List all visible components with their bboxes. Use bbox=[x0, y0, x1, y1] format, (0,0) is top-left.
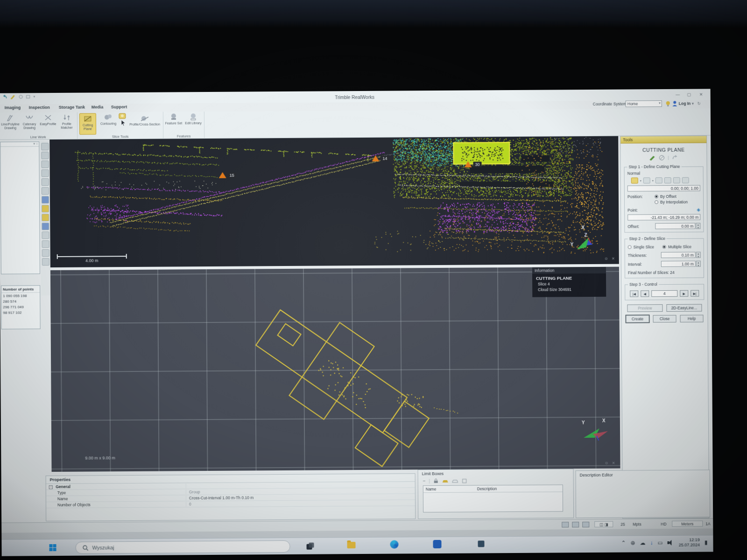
by-interpolation-radio[interactable] bbox=[655, 200, 658, 204]
multiple-slice-radio[interactable] bbox=[662, 245, 666, 249]
taskbar-clock[interactable]: 12:19 25.07.2024 bbox=[679, 538, 700, 548]
normal-plane-icon[interactable] bbox=[643, 177, 650, 183]
chevron-down-icon[interactable]: ▾ bbox=[640, 179, 641, 182]
by-interpolation-label[interactable]: By Interpolation bbox=[660, 200, 688, 204]
thickness-spinner[interactable]: ▲▼ bbox=[696, 252, 701, 258]
start-button[interactable] bbox=[49, 544, 56, 551]
easyline-button[interactable]: 2D-EasyLine... bbox=[666, 304, 702, 312]
normal-keyboard-icon[interactable] bbox=[682, 177, 689, 183]
login-chevron-icon[interactable]: ▾ bbox=[692, 101, 694, 106]
close-panel-button[interactable]: Close bbox=[653, 315, 677, 322]
layout-split-icon[interactable] bbox=[572, 522, 579, 527]
disable-plane-icon[interactable] bbox=[658, 155, 665, 161]
new-box-icon[interactable] bbox=[442, 478, 449, 483]
tray-expand-icon[interactable]: ⌃ bbox=[621, 540, 626, 546]
points-value[interactable]: 1 090 055 198 bbox=[1, 293, 40, 299]
scan-marker-15[interactable]: 15 bbox=[219, 172, 236, 178]
file-explorer-icon[interactable] bbox=[347, 542, 355, 548]
last-slice-button[interactable]: ▶| bbox=[691, 290, 699, 297]
speaker-icon[interactable] bbox=[668, 540, 674, 546]
single-slice-label[interactable]: Single Slice bbox=[634, 245, 654, 249]
offset-spinner[interactable]: ▲▼ bbox=[696, 223, 700, 229]
previous-slice-button[interactable]: ◀ bbox=[641, 290, 649, 297]
create-button[interactable]: Create bbox=[626, 315, 649, 322]
view-tool-icon[interactable] bbox=[41, 152, 49, 159]
by-offset-label[interactable]: By Offset bbox=[660, 194, 677, 199]
store-app-icon[interactable] bbox=[433, 540, 441, 548]
current-slice-field[interactable]: 4 bbox=[651, 290, 677, 297]
view-tool-icon[interactable] bbox=[42, 223, 49, 230]
tools-panel-header[interactable]: Tools bbox=[620, 136, 706, 143]
edit-plane-icon[interactable] bbox=[649, 155, 655, 161]
preview-button[interactable]: Preview bbox=[627, 304, 662, 312]
column-description[interactable]: Description bbox=[475, 485, 500, 492]
maximize-button[interactable]: ▢ bbox=[685, 92, 693, 98]
coordinate-system-select[interactable]: Home ▾ bbox=[626, 100, 662, 107]
view-tool-icon[interactable] bbox=[42, 258, 49, 266]
view-tool-icon[interactable] bbox=[42, 196, 49, 203]
edge-browser-icon[interactable] bbox=[390, 540, 398, 549]
normal-axis-icon[interactable] bbox=[631, 177, 638, 183]
view-tool-icon[interactable] bbox=[41, 161, 49, 168]
normal-fit-icon[interactable] bbox=[655, 177, 662, 183]
view-tool-icon[interactable] bbox=[42, 169, 49, 177]
viewport-2d-controls[interactable]: ⊙ ✕ bbox=[605, 461, 617, 465]
close-button[interactable]: ✕ bbox=[698, 91, 705, 97]
limit-boxes-table[interactable]: Name Description bbox=[423, 484, 563, 512]
chevron-down-icon[interactable]: ▾ bbox=[652, 179, 654, 182]
tab-imaging[interactable]: Imaging bbox=[5, 105, 21, 110]
minimize-button[interactable]: — bbox=[674, 92, 682, 98]
scan-marker-30[interactable]: 30 bbox=[464, 161, 481, 167]
thickness-input[interactable] bbox=[661, 252, 696, 258]
ribbon-profile-cross-section[interactable]: Profile/Cross-Section bbox=[128, 115, 162, 126]
bulb-icon[interactable] bbox=[666, 101, 670, 107]
ribbon-catenary-drawing[interactable]: Catenary Drawing bbox=[21, 113, 38, 130]
points-value[interactable]: 280 574 bbox=[1, 298, 40, 304]
ribbon-line-polyline-drawing[interactable]: Line/Polyline Drawing bbox=[1, 113, 20, 130]
contouring-option-icon[interactable] bbox=[119, 113, 126, 119]
view-tool-icon[interactable] bbox=[42, 240, 49, 248]
normal-pick-icon[interactable] bbox=[664, 177, 671, 183]
slice-toggle-icons[interactable]: ◫ ◨ bbox=[594, 521, 613, 527]
interval-input[interactable] bbox=[661, 261, 696, 267]
tab-inspection[interactable]: Inspection bbox=[29, 105, 50, 110]
help-button[interactable]: Help bbox=[680, 315, 704, 322]
lock-icon[interactable] bbox=[433, 478, 439, 483]
layout-single-icon[interactable] bbox=[562, 522, 569, 527]
properties-group-general[interactable]: − General bbox=[46, 483, 186, 489]
reset-plane-icon[interactable] bbox=[672, 155, 678, 161]
tab-storage-tank[interactable]: Storage Tank bbox=[59, 105, 85, 110]
normal-screen-icon[interactable] bbox=[673, 177, 680, 183]
login-button[interactable]: Log In bbox=[679, 101, 691, 106]
view-tool-icon[interactable] bbox=[42, 205, 49, 212]
viewport-3d-controls[interactable]: ⊙ ✕ bbox=[605, 257, 616, 261]
box-cube-icon[interactable] bbox=[462, 478, 467, 483]
display-icon[interactable]: ▭ bbox=[657, 539, 662, 546]
collapse-icon[interactable]: − bbox=[49, 485, 53, 489]
view-tool-icon[interactable] bbox=[42, 187, 49, 195]
download-icon[interactable]: ↓ bbox=[650, 539, 653, 546]
remove-icon[interactable]: − bbox=[423, 478, 426, 483]
taskbar-search[interactable]: Wyszukaj bbox=[75, 540, 290, 554]
next-slice-button[interactable]: ▶ bbox=[680, 290, 688, 297]
tab-support[interactable]: Support bbox=[111, 105, 127, 109]
single-slice-radio[interactable] bbox=[628, 245, 632, 249]
ribbon-contouring[interactable]: Contouring bbox=[98, 113, 119, 126]
open-box-icon[interactable] bbox=[452, 478, 458, 483]
multiple-slice-label[interactable]: Multiple Slice bbox=[668, 245, 691, 249]
ribbon-profile-matcher[interactable]: Profile Matcher bbox=[58, 113, 76, 130]
view-tool-icon[interactable] bbox=[42, 178, 49, 186]
interval-spinner[interactable]: ▲▼ bbox=[696, 261, 701, 267]
normal-vector-input[interactable] bbox=[627, 185, 700, 192]
ribbon-feature-set[interactable]: Feature Set bbox=[165, 112, 183, 125]
view-tool-icon[interactable] bbox=[42, 249, 49, 257]
points-value[interactable]: 296 771 049 bbox=[1, 304, 40, 310]
viewport-3d[interactable]: 15 14 30 4.00 m X Z Y bbox=[49, 136, 619, 267]
help-sync-icon[interactable]: ↻ bbox=[698, 101, 701, 106]
ribbon-edit-library[interactable]: Edit Library bbox=[184, 112, 202, 125]
column-name[interactable]: Name bbox=[423, 486, 475, 493]
ribbon-cutting-plane[interactable]: Cutting Plane bbox=[79, 113, 96, 134]
pin-icon[interactable]: ▾ ○ bbox=[34, 142, 38, 146]
point-pick-icon[interactable]: ◈ bbox=[697, 207, 700, 212]
viewport-2d[interactable]: 9.00 m x 9.00 m Y X ⊙ ✕ bbox=[50, 267, 620, 472]
